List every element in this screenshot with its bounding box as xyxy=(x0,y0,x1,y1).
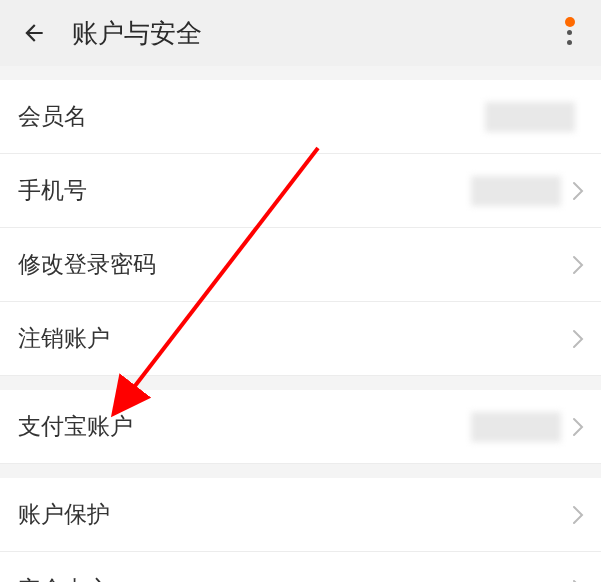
chevron-right-icon xyxy=(571,415,585,439)
row-change-password[interactable]: 修改登录密码 xyxy=(0,228,601,302)
header-bar: 账户与安全 xyxy=(0,0,601,66)
more-button[interactable] xyxy=(551,14,587,50)
row-value-blurred xyxy=(471,412,561,442)
section-gap xyxy=(0,376,601,390)
row-member-name[interactable]: 会员名 xyxy=(0,80,601,154)
chevron-right-icon xyxy=(571,577,585,582)
section-gap xyxy=(0,66,601,80)
row-phone[interactable]: 手机号 xyxy=(0,154,601,228)
row-label: 注销账户 xyxy=(18,323,571,354)
notification-dot-icon xyxy=(565,17,575,27)
page-title: 账户与安全 xyxy=(72,16,202,51)
page-root: 账户与安全 会员名 手机号 修改登录密码 注销账户 支付宝账 xyxy=(0,0,601,582)
chevron-right-icon xyxy=(571,503,585,527)
back-arrow-icon xyxy=(21,20,47,46)
row-label: 安全中心 xyxy=(18,574,571,583)
row-label: 支付宝账户 xyxy=(18,411,471,442)
section-gap xyxy=(0,464,601,478)
row-label: 会员名 xyxy=(18,101,485,132)
row-security-center[interactable]: 安全中心 xyxy=(0,552,601,582)
back-button[interactable] xyxy=(14,13,54,53)
row-value-blurred xyxy=(485,102,575,132)
chevron-right-icon xyxy=(571,253,585,277)
row-label: 账户保护 xyxy=(18,499,571,530)
row-alipay-account[interactable]: 支付宝账户 xyxy=(0,390,601,464)
chevron-right-icon xyxy=(571,327,585,351)
row-account-protection[interactable]: 账户保护 xyxy=(0,478,601,552)
row-label: 修改登录密码 xyxy=(18,249,571,280)
row-label: 手机号 xyxy=(18,175,471,206)
row-value-blurred xyxy=(471,176,561,206)
row-logout-account[interactable]: 注销账户 xyxy=(0,302,601,376)
chevron-right-icon xyxy=(571,179,585,203)
